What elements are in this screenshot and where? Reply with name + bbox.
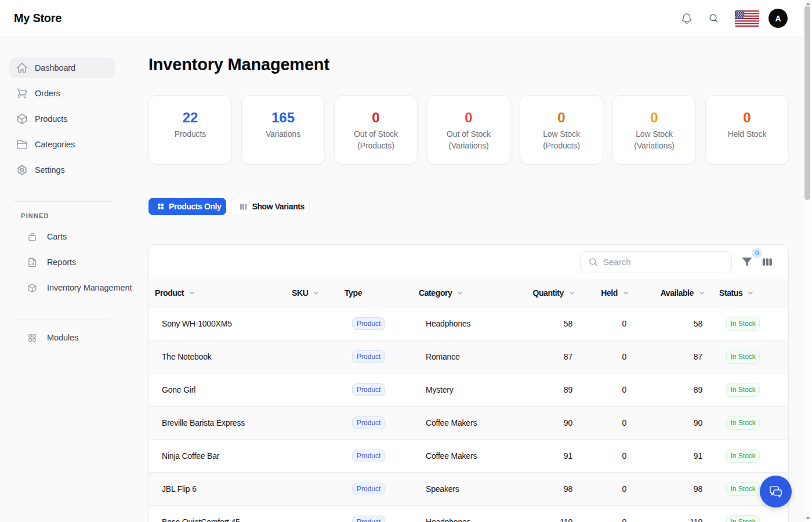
table-row[interactable]: Bose QuietComfort 45ProductHeadphones110…: [149, 506, 788, 522]
scrollbar-thumb[interactable]: [804, 6, 810, 200]
sidebar-item-carts[interactable]: Carts: [9, 226, 139, 247]
filter-button[interactable]: [741, 256, 753, 268]
table-row[interactable]: JBL Flip 6ProductSpeakers98098In Stock: [149, 473, 788, 506]
cell-quantity: 98: [527, 484, 581, 494]
cell-product: Gone Girl: [149, 385, 286, 394]
sidebar-pinned-nav: CartsReportsInventory Management: [9, 226, 139, 298]
cell-available: 87: [635, 352, 710, 361]
toggle-products-only[interactable]: Products Only: [148, 198, 226, 215]
search-icon: [588, 257, 598, 267]
status-badge: In Stock: [726, 515, 760, 522]
cell-quantity: 91: [527, 451, 581, 461]
cell-type: Product: [339, 383, 413, 396]
chevron-down-icon: [188, 289, 196, 297]
page-title: Inventory Management: [148, 54, 329, 75]
sidebar-item-orders[interactable]: Orders: [9, 83, 115, 104]
toggle-label: Show Variants: [252, 202, 304, 211]
toggle-show-variants[interactable]: Show Variants: [231, 198, 310, 215]
cell-held: 0: [581, 451, 635, 461]
global-search-button[interactable]: [709, 13, 719, 23]
cell-type: Product: [339, 483, 413, 495]
folder-icon: [16, 139, 28, 150]
cell-category: Headphones: [413, 517, 527, 522]
column-label: Type: [345, 288, 362, 298]
status-badge: In Stock: [726, 482, 760, 496]
scrollbar-up-arrow[interactable]: [806, 2, 810, 5]
table-row[interactable]: Sony WH-1000XM5ProductHeadphones58058In …: [149, 307, 788, 340]
stat-card-low-stock-variations-: 0Low Stock (Variations): [612, 95, 696, 165]
columns-button[interactable]: [761, 256, 773, 268]
stat-label: Held Stock: [711, 128, 783, 140]
cell-status: In Stock: [710, 383, 789, 397]
type-badge: Product: [352, 317, 385, 330]
status-badge: In Stock: [726, 449, 760, 463]
scrollbar-down-arrow[interactable]: [806, 517, 810, 520]
sidebar-item-inventory-management[interactable]: Inventory Management: [9, 277, 139, 298]
table-row[interactable]: The NotebookProductRomance87087In Stock: [149, 340, 788, 374]
column-header-quantity[interactable]: Quantity: [527, 288, 581, 298]
cell-status: In Stock: [710, 416, 789, 430]
cell-available: 90: [635, 418, 710, 427]
cell-category: Headphones: [413, 319, 527, 328]
stat-label: Variations: [247, 128, 319, 140]
stat-value: 0: [650, 110, 658, 126]
table-row[interactable]: Gone GirlProductMystery89089In Stock: [149, 374, 788, 407]
column-header-sku[interactable]: SKU: [286, 288, 339, 298]
sidebar-item-modules[interactable]: Modules: [9, 327, 139, 348]
bag-icon: [27, 232, 37, 242]
gear-icon: [16, 164, 28, 176]
sidebar-divider: [14, 201, 111, 202]
stat-label: Low Stock (Products): [525, 128, 597, 151]
sidebar-item-dashboard[interactable]: Dashboard: [9, 57, 115, 78]
stat-value: 0: [465, 110, 472, 126]
avatar[interactable]: A: [768, 9, 788, 28]
sidebar-item-settings[interactable]: Settings: [9, 160, 115, 180]
cell-available: 98: [635, 484, 710, 494]
sidebar-item-reports[interactable]: Reports: [9, 252, 139, 273]
grid-icon: [27, 333, 37, 343]
table-row[interactable]: Ninja Coffee BarProductCoffee Makers9109…: [149, 440, 788, 473]
report-icon: [27, 258, 37, 267]
table-row[interactable]: Breville Barista ExpressProductCoffee Ma…: [149, 407, 788, 440]
language-selector[interactable]: [735, 10, 759, 27]
type-badge: Product: [352, 416, 385, 429]
sidebar-item-categories[interactable]: Categories: [9, 134, 115, 155]
stat-value: 165: [271, 110, 295, 126]
column-header-available[interactable]: Available: [635, 288, 710, 298]
cell-category: Coffee Makers: [413, 451, 527, 461]
type-badge: Product: [352, 516, 385, 522]
box-icon: [16, 113, 28, 125]
box-icon: [27, 283, 37, 293]
column-header-category[interactable]: Category: [413, 288, 527, 298]
cell-status: In Stock: [710, 317, 789, 331]
column-label: SKU: [292, 288, 308, 298]
grid-2x2-icon: [157, 202, 165, 211]
home-icon: [16, 62, 28, 74]
table-search: [580, 251, 732, 273]
column-header-status[interactable]: Status: [710, 288, 789, 298]
sidebar-item-products[interactable]: Products: [9, 108, 115, 129]
stat-card-low-stock-products-: 0Low Stock (Products): [520, 95, 603, 165]
status-badge: In Stock: [726, 383, 760, 397]
stat-value: 0: [372, 110, 379, 126]
status-badge: In Stock: [726, 416, 760, 430]
search-icon: [709, 13, 719, 23]
chat-fab-button[interactable]: [760, 476, 792, 507]
stat-card-variations: 165Variations: [241, 95, 325, 165]
stat-card-out-of-stock-variations-: 0Out of Stock (Variations): [427, 95, 510, 165]
column-header-product[interactable]: Product: [149, 288, 286, 298]
search-input[interactable]: [603, 257, 719, 267]
cell-type: Product: [339, 350, 413, 363]
chevron-down-icon: [746, 289, 755, 297]
notifications-button[interactable]: [680, 12, 693, 25]
cell-available: 110: [635, 517, 710, 522]
column-header-held[interactable]: Held: [581, 288, 635, 298]
page-scrollbar[interactable]: [803, 0, 812, 522]
column-label: Status: [719, 288, 742, 298]
toggle-label: Products Only: [169, 202, 221, 211]
table-toolbar: 0: [149, 245, 788, 279]
column-label: Quantity: [532, 288, 564, 298]
stats-row: 22Products165Variations0Out of Stock (Pr…: [148, 95, 789, 165]
sidebar-item-label: Reports: [47, 258, 76, 267]
stat-value: 22: [183, 110, 198, 126]
